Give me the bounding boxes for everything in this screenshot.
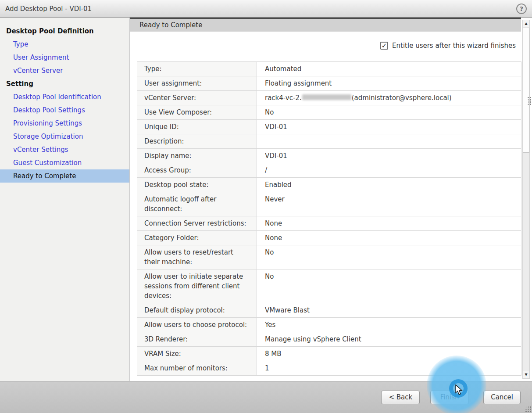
- summary-value: No: [257, 105, 521, 120]
- entitle-users-checkbox[interactable]: ✓: [380, 42, 388, 50]
- summary-label: Display name:: [137, 149, 257, 163]
- finish-button[interactable]: Finish: [430, 391, 469, 404]
- summary-value: [257, 134, 521, 149]
- dialog-footer: < Back Finish Cancel: [0, 381, 532, 413]
- summary-row-3d-renderer: 3D Renderer:Manage using vSphere Client: [137, 332, 521, 347]
- sidebar-item-desktop-pool-identification[interactable]: Desktop Pool Identification: [0, 90, 129, 104]
- sidebar-item-storage-optimization[interactable]: Storage Optimization: [0, 130, 129, 143]
- dialog-title-bar: Add Desktop Pool - VDI-01 ?: [0, 0, 532, 18]
- summary-label: Allow users to reset/restart their machi…: [137, 245, 257, 269]
- entitle-users-row: ✓ Entitle users after this wizard finish…: [137, 42, 521, 50]
- summary-row-max-number-of-monitors: Max number of monitors:1: [137, 361, 521, 376]
- summary-row-unique-id: Unique ID:VDI-01: [137, 120, 521, 134]
- sidebar-item-vcenter-settings[interactable]: vCenter Settings: [0, 143, 129, 156]
- summary-label: Desktop pool state:: [137, 178, 257, 192]
- sidebar-item-user-assignment[interactable]: User Assignment: [0, 51, 129, 64]
- ready-to-complete-panel: Ready to Complete ✓ Entitle users after …: [130, 18, 532, 381]
- summary-value: Manage using vSphere Client: [257, 332, 521, 347]
- summary-row-connection-server-restrictions: Connection Server restrictions:None: [137, 216, 521, 231]
- summary-table: Type:AutomatedUser assignment:Floating a…: [137, 61, 521, 376]
- sidebar-item-vcenter-server[interactable]: vCenter Server: [0, 64, 129, 77]
- checkmark-icon: ✓: [382, 43, 387, 49]
- summary-value: No: [257, 269, 521, 303]
- summary-row-user-assignment: User assignment:Floating assignment: [137, 76, 521, 91]
- sidebar-item-type[interactable]: Type: [0, 38, 129, 51]
- summary-label: Use View Composer:: [137, 105, 257, 120]
- summary-value: VDI-01: [257, 149, 521, 163]
- summary-value: Never: [257, 192, 521, 216]
- add-desktop-pool-dialog: Add Desktop Pool - VDI-01 ? Desktop Pool…: [0, 0, 532, 413]
- wizard-step-list: Desktop Pool DefinitionTypeUser Assignme…: [0, 25, 129, 183]
- summary-value: Enabled: [257, 178, 521, 192]
- summary-row-use-view-composer: Use View Composer:No: [137, 105, 521, 120]
- summary-label: Allow user to initiate separate sessions…: [137, 269, 257, 303]
- summary-value: /: [257, 163, 521, 178]
- summary-row-vram-size: VRAM Size:8 MB: [137, 347, 521, 361]
- sidebar-section-setting: Setting: [0, 77, 129, 90]
- summary-value: Floating assignment: [257, 76, 521, 91]
- summary-row-category-folder: Category Folder:None: [137, 231, 521, 245]
- sidebar-item-provisioning-settings[interactable]: Provisioning Settings: [0, 117, 129, 130]
- summary-row-allow-user-to-initiate-separate-sessions-from-different-client-devices: Allow user to initiate separate sessions…: [137, 269, 521, 303]
- summary-value: VDI-01: [257, 120, 521, 134]
- summary-label: Automatic logoff after disconnect:: [137, 192, 257, 216]
- summary-row-vcenter-server: vCenter Server:rack4-vc-2.(administrator…: [137, 91, 521, 105]
- sidebar-section-desktop-pool-definition: Desktop Pool Definition: [0, 25, 129, 38]
- summary-value: Automated: [257, 62, 521, 76]
- redacted-text: [302, 94, 351, 100]
- scroll-down-icon[interactable]: ▼: [523, 371, 529, 378]
- summary-row-display-name: Display name:VDI-01: [137, 149, 521, 163]
- summary-value: No: [257, 245, 521, 269]
- help-icon[interactable]: ?: [516, 4, 527, 14]
- resize-grip-right[interactable]: [527, 97, 531, 106]
- summary-label: 3D Renderer:: [137, 332, 257, 347]
- summary-label: Access Group:: [137, 163, 257, 178]
- summary-value: None: [257, 231, 521, 245]
- summary-value: rack4-vc-2.(administrator@vsphere.local): [257, 91, 521, 105]
- summary-label: Description:: [137, 134, 257, 149]
- back-button[interactable]: < Back: [381, 391, 420, 404]
- scroll-up-icon[interactable]: ▲: [523, 20, 529, 27]
- summary-label: Type:: [137, 62, 257, 76]
- summary-value: 8 MB: [257, 347, 521, 361]
- summary-label: User assignment:: [137, 76, 257, 91]
- summary-label: Allow users to choose protocol:: [137, 318, 257, 332]
- panel-header: Ready to Complete: [130, 18, 521, 32]
- vertical-scrollbar[interactable]: ▲ ▼: [522, 20, 530, 379]
- resize-grip-corner[interactable]: [525, 406, 531, 412]
- summary-label: VRAM Size:: [137, 347, 257, 361]
- summary-label: Max number of monitors:: [137, 361, 257, 376]
- summary-label: Category Folder:: [137, 231, 257, 245]
- summary-label: Connection Server restrictions:: [137, 216, 257, 231]
- summary-row-allow-users-to-reset-restart-their-machine: Allow users to reset/restart their machi…: [137, 245, 521, 269]
- summary-value: None: [257, 216, 521, 231]
- summary-row-default-display-protocol: Default display protocol:VMware Blast: [137, 303, 521, 318]
- cancel-button[interactable]: Cancel: [483, 391, 521, 404]
- sidebar-item-ready-to-complete[interactable]: Ready to Complete: [0, 169, 129, 183]
- summary-row-type: Type:Automated: [137, 62, 521, 76]
- wizard-step-sidebar: Desktop Pool DefinitionTypeUser Assignme…: [0, 18, 130, 381]
- summary-value: VMware Blast: [257, 303, 521, 318]
- summary-value: Yes: [257, 318, 521, 332]
- dialog-title: Add Desktop Pool - VDI-01: [5, 5, 92, 13]
- summary-label: vCenter Server:: [137, 91, 257, 105]
- sidebar-item-guest-customization[interactable]: Guest Customization: [0, 156, 129, 169]
- summary-row-access-group: Access Group:/: [137, 163, 521, 178]
- summary-row-automatic-logoff-after-disconnect: Automatic logoff after disconnect:Never: [137, 192, 521, 216]
- summary-row-desktop-pool-state: Desktop pool state:Enabled: [137, 178, 521, 192]
- scrollbar-thumb[interactable]: [523, 28, 529, 153]
- entitle-users-label: Entitle users after this wizard finishes: [392, 42, 516, 50]
- summary-row-description: Description:: [137, 134, 521, 149]
- summary-label: Default display protocol:: [137, 303, 257, 318]
- summary-row-allow-users-to-choose-protocol: Allow users to choose protocol:Yes: [137, 318, 521, 332]
- summary-label: Unique ID:: [137, 120, 257, 134]
- sidebar-item-desktop-pool-settings[interactable]: Desktop Pool Settings: [0, 104, 129, 117]
- summary-value: 1: [257, 361, 521, 376]
